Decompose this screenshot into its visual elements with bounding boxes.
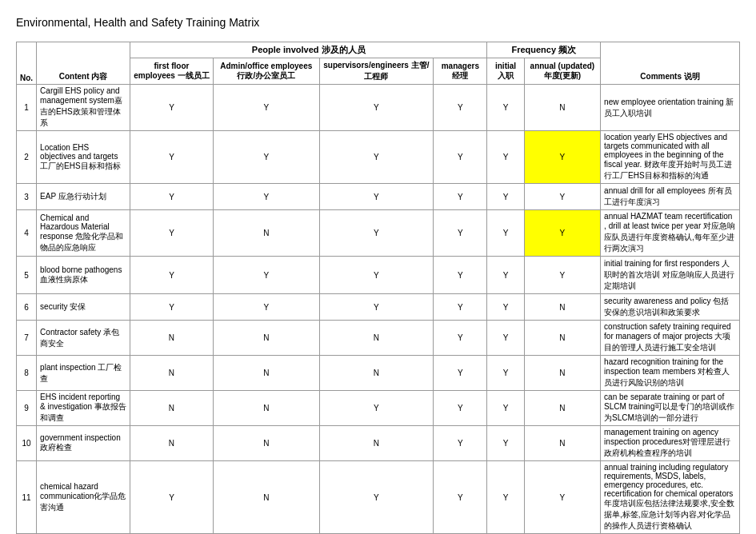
cell-initial: Y bbox=[487, 210, 524, 257]
col-header-comments: Comments 说明 bbox=[601, 42, 740, 85]
row-number: 9 bbox=[17, 391, 37, 426]
cell-managers: Y bbox=[434, 257, 487, 294]
cell-comments: hazard recognition training for the insp… bbox=[601, 356, 740, 391]
cell-comments: construction safety training required fo… bbox=[601, 321, 740, 356]
cell-first-floor: Y bbox=[130, 257, 213, 294]
cell-supervisors: N bbox=[319, 356, 434, 391]
cell-first-floor: N bbox=[130, 321, 213, 356]
cell-annual: Y bbox=[524, 184, 600, 210]
cell-initial: Y bbox=[487, 391, 524, 426]
page-title: Environmental, Health and Safety Trainin… bbox=[16, 16, 740, 29]
cell-initial: Y bbox=[487, 461, 524, 534]
cell-supervisors: Y bbox=[319, 131, 434, 184]
cell-first-floor: Y bbox=[130, 210, 213, 257]
col-subheader-first-floor: first floor employees 一线员工 bbox=[130, 58, 213, 85]
cell-annual: N bbox=[524, 356, 600, 391]
col-header-content: Content 内容 bbox=[37, 42, 130, 85]
cell-comments: can be separate training or part of SLCM… bbox=[601, 391, 740, 426]
col-subheader-annual: annual (updated) 年度(更新) bbox=[524, 58, 600, 85]
row-content: EAP 应急行动计划 bbox=[37, 184, 130, 210]
cell-admin: Y bbox=[213, 184, 319, 210]
row-number: 11 bbox=[17, 461, 37, 534]
cell-admin: N bbox=[213, 391, 319, 426]
cell-first-floor: Y bbox=[130, 461, 213, 534]
cell-initial: Y bbox=[487, 426, 524, 461]
row-number: 5 bbox=[17, 257, 37, 294]
cell-first-floor: N bbox=[130, 356, 213, 391]
cell-comments: initial training for first responders 人职… bbox=[601, 257, 740, 294]
cell-managers: Y bbox=[434, 184, 487, 210]
row-number: 6 bbox=[17, 294, 37, 321]
cell-admin: Y bbox=[213, 257, 319, 294]
cell-annual: N bbox=[524, 426, 600, 461]
cell-initial: Y bbox=[487, 294, 524, 321]
cell-first-floor: N bbox=[130, 426, 213, 461]
cell-managers: Y bbox=[434, 461, 487, 534]
cell-admin: N bbox=[213, 321, 319, 356]
cell-comments: new employee orientation training 新员工入职培… bbox=[601, 85, 740, 131]
cell-annual: N bbox=[524, 321, 600, 356]
cell-comments: management training on agency inspection… bbox=[601, 426, 740, 461]
cell-admin: Y bbox=[213, 85, 319, 131]
cell-supervisors: Y bbox=[319, 461, 434, 534]
cell-supervisors: N bbox=[319, 321, 434, 356]
cell-initial: Y bbox=[487, 356, 524, 391]
col-subheader-managers: managers 经理 bbox=[434, 58, 487, 85]
col-header-people-involved: People involved 涉及的人员 bbox=[130, 42, 487, 58]
training-matrix-table: No. Content 内容 People involved 涉及的人员 Fre… bbox=[16, 42, 740, 534]
cell-initial: Y bbox=[487, 131, 524, 184]
col-header-frequency: Frequency 频次 bbox=[487, 42, 601, 58]
cell-supervisors: Y bbox=[319, 210, 434, 257]
row-number: 2 bbox=[17, 131, 37, 184]
cell-initial: Y bbox=[487, 257, 524, 294]
cell-annual: Y bbox=[524, 461, 600, 534]
cell-admin: Y bbox=[213, 294, 319, 321]
cell-managers: Y bbox=[434, 321, 487, 356]
row-number: 1 bbox=[17, 85, 37, 131]
row-content: plant inspection 工厂检查 bbox=[37, 356, 130, 391]
row-content: EHS incident reporting & investigation 事… bbox=[37, 391, 130, 426]
row-content: Contractor safety 承包商安全 bbox=[37, 321, 130, 356]
cell-managers: Y bbox=[434, 210, 487, 257]
cell-comments: annual HAZMAT team recertification , dri… bbox=[601, 210, 740, 257]
cell-initial: Y bbox=[487, 321, 524, 356]
cell-admin: N bbox=[213, 461, 319, 534]
cell-supervisors: Y bbox=[319, 294, 434, 321]
row-content: Cargill EHS policy and management system… bbox=[37, 85, 130, 131]
row-number: 4 bbox=[17, 210, 37, 257]
cell-first-floor: Y bbox=[130, 131, 213, 184]
cell-first-floor: Y bbox=[130, 294, 213, 321]
cell-comments: location yearly EHS objectives and targe… bbox=[601, 131, 740, 184]
row-number: 8 bbox=[17, 356, 37, 391]
cell-annual: N bbox=[524, 391, 600, 426]
row-number: 3 bbox=[17, 184, 37, 210]
cell-annual: Y bbox=[524, 210, 600, 257]
col-subheader-supervisors: supervisors/engineers 主管/工程师 bbox=[319, 58, 434, 85]
cell-admin: Y bbox=[213, 131, 319, 184]
cell-admin: N bbox=[213, 426, 319, 461]
cell-admin: N bbox=[213, 356, 319, 391]
row-content: chemical hazard communication化学品危害沟通 bbox=[37, 461, 130, 534]
row-content: Location EHS objectives and targets 工厂的E… bbox=[37, 131, 130, 184]
cell-supervisors: Y bbox=[319, 257, 434, 294]
col-subheader-admin: Admin/office employees 行政/办公室员工 bbox=[213, 58, 319, 85]
cell-admin: N bbox=[213, 210, 319, 257]
cell-comments: security awareness and policy 包括安保的意识培训和… bbox=[601, 294, 740, 321]
col-subheader-initial: initial 入职 bbox=[487, 58, 524, 85]
cell-first-floor: Y bbox=[130, 85, 213, 131]
cell-managers: Y bbox=[434, 426, 487, 461]
row-number: 7 bbox=[17, 321, 37, 356]
row-content: Chemical and Hazardous Material response… bbox=[37, 210, 130, 257]
cell-comments: annual training including regulatory req… bbox=[601, 461, 740, 534]
cell-initial: Y bbox=[487, 184, 524, 210]
cell-managers: Y bbox=[434, 356, 487, 391]
cell-managers: Y bbox=[434, 85, 487, 131]
cell-first-floor: Y bbox=[130, 184, 213, 210]
cell-comments: annual drill for all employees 所有员工进行年度演… bbox=[601, 184, 740, 210]
row-content: blood borne pathogens 血液性病原体 bbox=[37, 257, 130, 294]
row-number: 10 bbox=[17, 426, 37, 461]
cell-annual: N bbox=[524, 294, 600, 321]
cell-managers: Y bbox=[434, 131, 487, 184]
cell-initial: Y bbox=[487, 85, 524, 131]
col-header-no: No. bbox=[17, 42, 37, 85]
